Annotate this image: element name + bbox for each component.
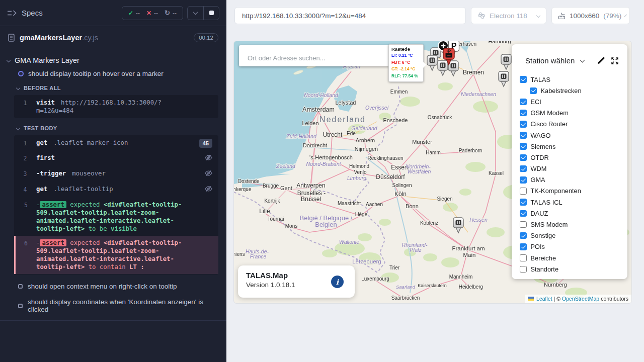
suite-row[interactable]: GMA Markers Layer (0, 53, 226, 67)
checkbox[interactable] (520, 121, 527, 128)
checkbox[interactable] (520, 210, 527, 217)
command-row[interactable]: 2first (14, 151, 218, 166)
stat-passed: ✓-- (128, 10, 140, 17)
assert-failed[interactable]: 6-assert expected <div#leaflet-tooltip-5… (14, 236, 218, 274)
runnables: GMA Markers Layer should display tooltip… (0, 49, 226, 321)
station-checkbox-row[interactable]: ECI (520, 96, 627, 107)
map-marker-gray[interactable] (453, 218, 463, 233)
test-row[interactable]: should display tooltip on hover over a m… (0, 67, 226, 81)
test-body-commands: 1get.leaflet-marker-icon452first3-trigge… (14, 135, 218, 275)
map-label: Hamm (426, 150, 440, 155)
command-row[interactable]: 4get.leaflet-tooltip (14, 182, 218, 198)
map-label: Siegen (437, 196, 452, 202)
map-label: Tournai (268, 216, 284, 222)
info-icon[interactable]: i (331, 276, 344, 288)
checkbox[interactable] (520, 132, 527, 139)
station-checkbox-row[interactable]: GSM Modem (520, 108, 627, 119)
cypress-reporter: Specs ✓-- ✕-- ↻-- gmaMarkersLayer.cy.js … (0, 0, 226, 362)
map-label: Noord-Holland (304, 92, 339, 98)
checkbox[interactable] (520, 232, 527, 239)
spec-file-icon (8, 34, 15, 42)
station-checkbox-row[interactable]: Sonstige (520, 230, 627, 241)
map-label: Münster (412, 139, 432, 145)
map-label: Amiens (234, 251, 245, 257)
station-checkbox-row[interactable]: DAUZ (520, 208, 627, 219)
station-checkbox-row[interactable]: TALAS ICL (520, 197, 627, 208)
expand-fullscreen-icon[interactable] (611, 57, 619, 65)
map-label: Brugge (263, 183, 279, 189)
collapse-all-button[interactable] (188, 7, 203, 20)
browser-select[interactable]: Electron 118 (471, 7, 546, 24)
checkbox[interactable] (520, 243, 527, 250)
element-count-badge: 45 (199, 139, 212, 148)
station-checkbox-row[interactable]: OTDR (520, 152, 627, 163)
map-canvas[interactable]: AmsterdamLeidenUtrechtEdeLelystadDordrec… (234, 41, 631, 303)
section-before-all[interactable]: BEFORE ALL (0, 81, 226, 94)
station-checkbox-row[interactable]: Kabelstrecken (530, 85, 627, 96)
stop-run-button[interactable] (203, 7, 219, 20)
checkbox[interactable] (520, 254, 527, 261)
station-checkbox-row[interactable]: SMS Modem (520, 219, 627, 230)
pending-test-item[interactable]: should open context menu on right-click … (0, 279, 226, 294)
viewport-size: 1000x660 (570, 12, 599, 20)
map-label: France (250, 253, 267, 259)
command-row[interactable]: 3-triggermouseover (14, 166, 218, 182)
leaflet-link[interactable]: Leaflet (536, 296, 552, 302)
spec-file-row[interactable]: gmaMarkersLayer.cy.js 00:12 (0, 26, 226, 49)
checkbox[interactable] (520, 76, 527, 83)
pending-refresh-icon: ↻ (165, 9, 170, 17)
checkbox[interactable] (520, 176, 527, 184)
specs-list-icon[interactable] (7, 10, 17, 17)
checkbox[interactable] (520, 165, 527, 172)
map-label: Wallonie (339, 239, 359, 245)
station-checkbox-row[interactable]: WAGO (520, 130, 627, 141)
url-bar[interactable]: http://192.168.10.33:3000/?m=12&u=484 (234, 7, 466, 24)
command-row[interactable]: 1visithttp://192.168.10.33:3000/?m=12&u=… (14, 96, 218, 118)
chevron-down-icon[interactable] (580, 57, 585, 62)
checkbox[interactable] (520, 154, 527, 161)
checkbox[interactable] (520, 110, 527, 117)
station-checkbox-row[interactable]: Cisco Router (520, 119, 627, 130)
map-label: Paderborn (459, 148, 482, 153)
command-row[interactable]: 1get.leaflet-marker-icon45 (14, 136, 218, 151)
map-label: Enschede (383, 117, 408, 123)
assert-passed[interactable]: 5-assert expected <div#leaflet-tooltip-5… (14, 198, 218, 236)
station-checkbox-row[interactable]: TK-Komponenten (520, 186, 627, 197)
station-select-label[interactable]: Station wählen (525, 56, 575, 65)
station-checkbox-row[interactable]: POIs (520, 241, 627, 252)
map-marker-gray[interactable] (427, 55, 437, 70)
station-checkbox-row[interactable]: Standorte (520, 263, 627, 275)
station-checkbox-row[interactable]: TALAS (520, 74, 627, 85)
map-label: Köln (394, 191, 407, 198)
edit-pencil-icon[interactable] (597, 56, 605, 65)
chevron-down-icon (16, 126, 20, 130)
reporter-header: Specs ✓-- ✕-- ↻-- (0, 0, 226, 26)
tooltip-row: FBT: 6 °C (391, 59, 421, 66)
checkbox[interactable] (530, 87, 537, 95)
station-checkbox-row[interactable]: Bereiche (520, 252, 627, 263)
map-marker-gray[interactable] (438, 60, 448, 75)
checkbox[interactable] (520, 188, 527, 195)
map-marker-gray[interactable] (501, 54, 511, 69)
map-marker-gray[interactable] (499, 71, 509, 86)
station-checkbox-row[interactable]: GMA (520, 174, 627, 186)
osm-link[interactable]: OpenStreetMap (562, 296, 599, 302)
checkbox[interactable] (520, 221, 527, 228)
search-input[interactable] (248, 54, 373, 62)
map-label: 's-Hertogenbosch (309, 154, 353, 160)
viewport-select[interactable]: 1000x660 (79%) (551, 7, 630, 24)
station-checkbox-row[interactable]: Siemens (520, 141, 627, 152)
map-label: Kassel (489, 170, 504, 176)
checkbox[interactable] (520, 143, 527, 150)
checkbox[interactable] (520, 199, 527, 206)
station-panel: Station wählen TALASKabelstreckenECIGSM … (512, 44, 627, 279)
pending-test-item[interactable]: should display coordinates when 'Koordin… (0, 294, 226, 317)
checkbox[interactable] (520, 266, 527, 273)
section-test-body[interactable]: TEST BODY (0, 121, 226, 134)
map-search-box[interactable] (239, 45, 390, 66)
map-label: Bonn (406, 203, 419, 209)
specs-label[interactable]: Specs (22, 9, 43, 17)
map-label: Nürnberg (544, 282, 567, 288)
station-checkbox-row[interactable]: WDM (520, 163, 627, 174)
checkbox[interactable] (520, 99, 527, 106)
